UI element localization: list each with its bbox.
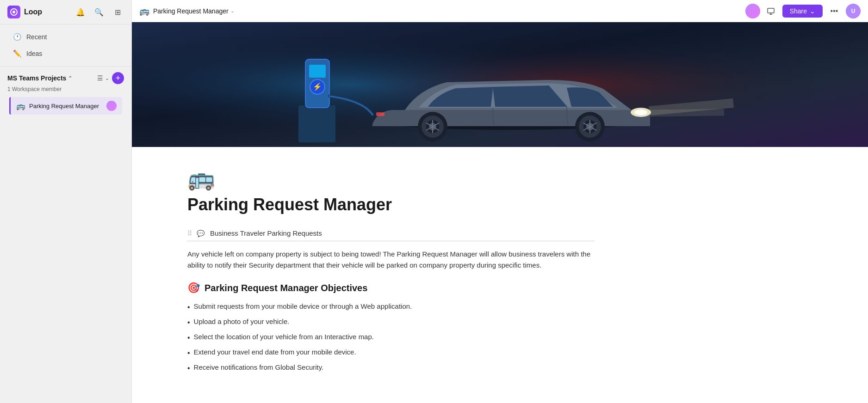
workspace-chevron: ⌃ <box>68 75 72 81</box>
topbar-title: Parking Request Manager ⌄ <box>153 7 235 15</box>
comment-icon[interactable]: 💬 <box>197 230 205 237</box>
app-logo <box>7 6 20 18</box>
share-button[interactable]: Share ⌄ <box>782 5 823 18</box>
sidebar-nav: 🕐 Recent ✏️ Ideas <box>0 24 131 66</box>
workspace-section: MS Teams Projects ⌃ ☰ ⌄ + 1 Workspace me… <box>0 66 131 121</box>
objectives-title: Parking Request Manager Objectives <box>205 283 367 293</box>
list-item: Submit requests from your mobile device … <box>187 301 595 313</box>
sidebar-header: Loop 🔔 🔍 ⊞ <box>0 0 131 24</box>
svg-text:⚡: ⚡ <box>313 82 322 91</box>
share-screen-icon[interactable] <box>764 4 778 18</box>
sidebar-item-recent-label: Recent <box>26 33 47 41</box>
workspace-controls: ☰ ⌄ + <box>97 72 124 84</box>
sidebar: Loop 🔔 🔍 ⊞ 🕐 Recent ✏️ Ideas MS Teams Pr… <box>0 0 132 403</box>
drag-handle-icon[interactable]: ⠿ <box>187 230 192 237</box>
svg-rect-9 <box>309 65 326 78</box>
svg-rect-6 <box>298 105 335 142</box>
svg-point-16 <box>634 110 647 115</box>
current-user-avatar[interactable]: U <box>846 4 861 18</box>
objectives-list: Submit requests from your mobile device … <box>187 301 595 374</box>
document-name: Parking Request Manager <box>29 103 103 110</box>
sidebar-item-ideas[interactable]: ✏️ Ideas <box>4 46 128 61</box>
section-header-row: ⠿ 💬 Business Traveler Parking Requests <box>187 229 595 237</box>
workspace-header: MS Teams Projects ⌃ ☰ ⌄ + <box>7 72 124 84</box>
sidebar-item-recent[interactable]: 🕐 Recent <box>4 29 128 45</box>
page-emoji: 🚌 <box>187 165 595 191</box>
svg-rect-2 <box>768 8 774 13</box>
add-workspace-item-button[interactable]: + <box>112 72 124 84</box>
objectives-icon: 🎯 <box>187 282 200 294</box>
document-collaborator-avatar <box>106 101 117 111</box>
topbar: 🚌 Parking Request Manager ⌄ Share ⌄ ••• … <box>132 0 868 22</box>
svg-point-1 <box>12 11 15 13</box>
app-name: Loop <box>24 8 42 16</box>
document-body: 🚌 Parking Request Manager ⠿ 💬 Business T… <box>132 147 687 396</box>
section-divider <box>187 241 595 241</box>
workspace-view-toggle[interactable]: ☰ ⌄ <box>97 74 109 82</box>
workspace-member-count: 1 Workspace member <box>7 86 124 92</box>
list-item: Upload a photo of your vehicle. <box>187 317 595 328</box>
share-chevron: ⌄ <box>810 7 815 15</box>
section-label: Business Traveler Parking Requests <box>210 229 322 237</box>
search-icon[interactable]: 🔍 <box>93 6 105 18</box>
recent-icon: 🕐 <box>13 33 22 41</box>
sidebar-item-ideas-label: Ideas <box>26 50 42 57</box>
main-content: ⚡ <box>132 22 868 403</box>
more-options-button[interactable]: ••• <box>827 4 841 18</box>
notifications-icon[interactable]: 🔔 <box>74 6 87 18</box>
topbar-doc-icon: 🚌 <box>139 6 149 16</box>
layout-icon[interactable]: ⊞ <box>111 6 124 18</box>
svg-rect-17 <box>376 112 384 116</box>
list-item: Select the location of your vehicle from… <box>187 332 595 343</box>
page-title: Parking Request Manager <box>187 195 595 214</box>
sidebar-header-icons: 🔔 🔍 ⊞ <box>74 6 124 18</box>
list-item: Receive notifications from Global Securi… <box>187 362 595 374</box>
description-text: Any vehicle left on company property is … <box>187 249 595 271</box>
workspace-name[interactable]: MS Teams Projects ⌃ <box>7 74 72 82</box>
topbar-actions: Share ⌄ ••• U <box>764 4 861 18</box>
document-icon: 🚌 <box>16 102 25 110</box>
hero-image: ⚡ <box>132 22 868 147</box>
sidebar-item-parking-request-manager[interactable]: 🚌 Parking Request Manager <box>9 97 122 115</box>
topbar-title-chevron[interactable]: ⌄ <box>230 8 235 14</box>
ideas-icon: ✏️ <box>13 49 22 58</box>
list-item: Extend your travel end date from your mo… <box>187 347 595 359</box>
objectives-header: 🎯 Parking Request Manager Objectives <box>187 282 595 294</box>
topbar-user-avatar[interactable] <box>745 4 760 18</box>
